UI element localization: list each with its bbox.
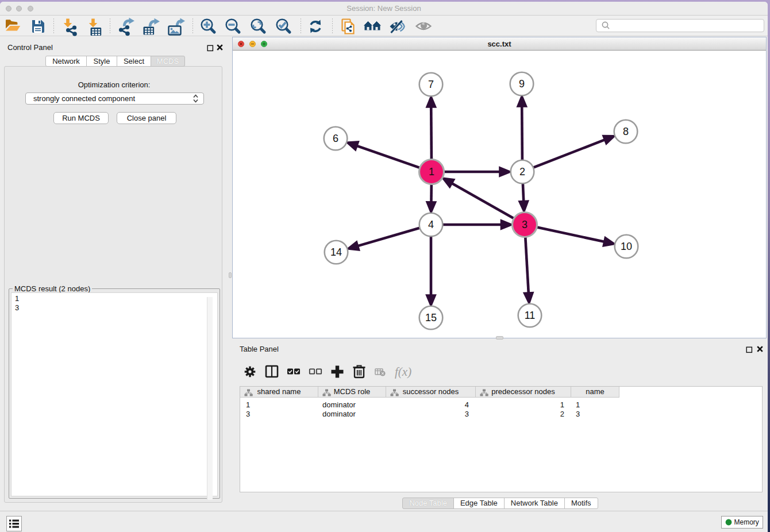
- svg-text:4: 4: [428, 219, 434, 230]
- svg-text:14: 14: [330, 246, 342, 258]
- svg-text:2: 2: [519, 166, 525, 178]
- svg-text:1: 1: [429, 166, 434, 178]
- svg-text:7: 7: [428, 79, 434, 90]
- svg-text:15: 15: [425, 312, 437, 323]
- svg-text:6: 6: [333, 133, 338, 144]
- svg-text:11: 11: [525, 310, 536, 321]
- svg-text:3: 3: [522, 219, 528, 230]
- svg-text:10: 10: [621, 241, 632, 252]
- svg-text:9: 9: [519, 78, 525, 90]
- svg-text:8: 8: [623, 126, 629, 137]
- svg-text:f(x): f(x): [395, 365, 411, 379]
